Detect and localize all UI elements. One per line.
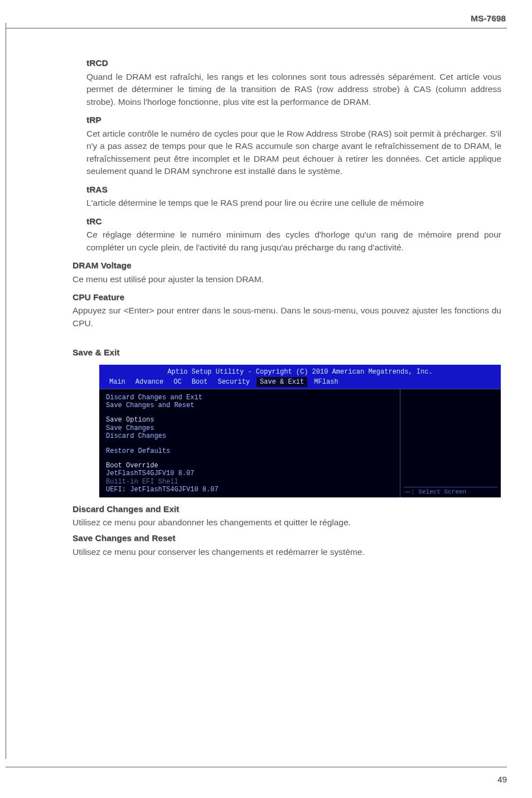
bios-item: Save Changes — [106, 424, 393, 432]
bios-title: Aptio Setup Utility - Copyright (C) 2010… — [99, 367, 501, 378]
body-discard-changes: Utilisez ce menu pour abandonner les cha… — [72, 516, 501, 529]
heading-cpu-feature: CPU Feature — [72, 291, 501, 303]
bios-item: Restore Defaults — [106, 447, 393, 455]
section-cpu-feature: CPU Feature Appuyez sur <Enter> pour ent… — [72, 291, 501, 330]
bios-item: Save Options — [106, 416, 393, 424]
bios-item: Discard Changes — [106, 432, 393, 440]
section-trc: tRC Ce réglage détermine le numéro minim… — [86, 215, 501, 254]
bios-tab-security: Security — [214, 377, 253, 387]
bios-item: JetFlashTS4GJFV10 8.07 — [106, 470, 393, 477]
bios-tab-advance: Advance — [132, 377, 167, 387]
bios-screenshot: Aptio Setup Utility - Copyright (C) 2010… — [99, 365, 501, 497]
content: tRCD Quand le DRAM est rafraîchi, les ra… — [6, 28, 507, 558]
bottom-rule — [6, 767, 507, 767]
page: MS-7698 tRCD Quand le DRAM est rafraîchi… — [0, 0, 532, 798]
bios-nav-hint: →←: Select Screen — [404, 487, 497, 496]
page-number: 49 — [497, 773, 507, 786]
heading-trp: tRP — [86, 114, 501, 126]
heading-trcd: tRCD — [86, 57, 501, 69]
heading-discard-changes: Discard Changes and Exit — [72, 503, 501, 515]
section-trcd: tRCD Quand le DRAM est rafraîchi, les ra… — [86, 57, 501, 108]
bios-tab-boot: Boot — [188, 377, 211, 387]
body-trp: Cet article contrôle le numéro de cycles… — [86, 128, 501, 178]
section-discard-changes: Discard Changes and Exit Utilisez ce men… — [72, 503, 501, 529]
side-rule — [6, 23, 6, 759]
bios-tab-save-exit: Save & Exit — [257, 377, 307, 387]
section-save-reset: Save Changes and Reset Utilisez ce menu … — [72, 532, 501, 558]
body-cpu-feature: Appuyez sur <Enter> pour entrer dans le … — [72, 304, 501, 330]
heading-trc: tRC — [86, 215, 501, 228]
bios-item: Built-in EFI Shell — [106, 478, 393, 486]
bios-item: Boot Override — [106, 462, 393, 470]
section-tras: tRAS L'article détermine le temps que le… — [86, 183, 501, 210]
section-dram-voltage: DRAM Voltage Ce menu est utilisé pour aj… — [72, 259, 501, 286]
body-tras: L'article détermine le temps que le RAS … — [86, 197, 501, 209]
header-model: MS-7698 — [6, 12, 507, 25]
bios-tab-mflash: MFlash — [311, 377, 341, 387]
bios-left-pane: Discard Changes and Exit Save Changes an… — [99, 389, 400, 497]
body-trcd: Quand le DRAM est rafraîchi, les rangs e… — [86, 71, 501, 108]
bios-item: UEFI: JetFlashTS4GJFV10 8.07 — [106, 486, 393, 494]
bios-tab-main: Main — [106, 377, 129, 387]
bios-right-pane: →←: Select Screen — [400, 389, 501, 497]
section-save-exit: Save & Exit Aptio Setup Utility - Copyri… — [72, 346, 501, 497]
section-trp: tRP Cet article contrôle le numéro de cy… — [86, 114, 501, 177]
heading-save-exit: Save & Exit — [72, 346, 501, 359]
bios-tab-oc: OC — [170, 377, 185, 387]
body-dram-voltage: Ce menu est utilisé pour ajuster la tens… — [72, 273, 501, 286]
heading-tras: tRAS — [86, 183, 501, 196]
body-trc: Ce réglage détermine le numéro minimum d… — [86, 229, 501, 254]
heading-save-reset: Save Changes and Reset — [72, 532, 501, 544]
bios-item: Save Changes and Reset — [106, 402, 393, 409]
bios-item: Discard Changes and Exit — [106, 394, 393, 402]
heading-dram-voltage: DRAM Voltage — [72, 259, 501, 272]
body-save-reset: Utilisez ce menu pour conserver les chan… — [72, 546, 501, 558]
bios-header: Aptio Setup Utility - Copyright (C) 2010… — [99, 365, 501, 389]
bios-tabs: MainAdvanceOCBootSecuritySave & ExitMFla… — [99, 378, 501, 388]
bios-body: Discard Changes and Exit Save Changes an… — [99, 389, 501, 497]
